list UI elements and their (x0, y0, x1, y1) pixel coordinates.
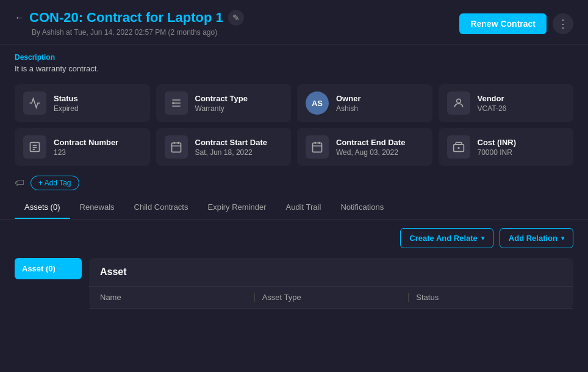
card-label: Contract Type (195, 94, 248, 103)
sidebar-panel: Asset (0) (15, 258, 82, 309)
description-label: Description (15, 53, 573, 62)
card-icon-status (23, 91, 46, 115)
asset-panel-title: Asset (89, 258, 573, 287)
header: ← CON-20: Contract for Laptop 1 ✎ By Ash… (0, 0, 588, 45)
info-card-status: Status Expired (15, 84, 150, 122)
header-subtitle: By Ashish at Tue, Jun 14, 2022 02:57 PM … (32, 28, 244, 37)
contract-title: CON-20: Contract for Laptop 1 (29, 10, 223, 26)
header-left: ← CON-20: Contract for Laptop 1 ✎ By Ash… (15, 10, 244, 37)
table-header: NameAsset TypeStatus (89, 287, 573, 309)
add-relation-chevron: ▾ (561, 235, 564, 241)
card-icon-contract-number (23, 135, 46, 159)
svg-rect-10 (313, 143, 322, 152)
card-info: Cost (INR) 70000 INR (478, 138, 517, 157)
tab-renewals[interactable]: Renewals (70, 196, 124, 219)
svg-point-0 (172, 102, 174, 104)
info-card-owner: AS Owner Ashish (297, 84, 432, 122)
tabs-bar: Assets (0)RenewalsChild ContractsExpiry … (0, 196, 588, 220)
tab-audit-trail[interactable]: Audit Trail (276, 196, 331, 219)
card-icon-contract-type (165, 91, 188, 115)
main-panel: Asset NameAsset TypeStatus (89, 258, 573, 309)
card-value: VCAT-26 (478, 104, 507, 113)
card-info: Vendor VCAT-26 (478, 94, 507, 113)
info-card-contract-start-date: Contract Start Date Sat, Jun 18, 2022 (156, 128, 292, 166)
content-split: Asset (0) Asset NameAsset TypeStatus (15, 258, 573, 309)
description-section: Description It is a warranty contract. (0, 45, 588, 79)
card-icon-contract-end-date (306, 135, 329, 159)
info-card-vendor: Vendor VCAT-26 (439, 84, 574, 122)
info-card-contract-number: Contract Number 123 (15, 128, 150, 166)
card-info: Contract Start Date Sat, Jun 18, 2022 (195, 138, 267, 157)
more-options-button[interactable]: ⋮ (553, 13, 573, 34)
card-info: Contract End Date Wed, Aug 03, 2022 (336, 138, 405, 157)
card-value: Sat, Jun 18, 2022 (195, 148, 267, 157)
card-label: Status (54, 94, 79, 103)
add-tag-button[interactable]: + Add Tag (30, 176, 79, 190)
svg-rect-6 (171, 143, 181, 152)
card-icon-vendor (447, 91, 470, 115)
card-value: Warranty (195, 104, 248, 113)
card-icon-contract-start-date (165, 135, 188, 159)
content-area: Create And Relate ▾ Add Relation ▾ Asset… (0, 220, 588, 317)
edit-icon[interactable]: ✎ (228, 10, 244, 26)
tab-expiry-reminder[interactable]: Expiry Reminder (198, 196, 276, 219)
card-value: 70000 INR (478, 148, 517, 157)
title-row: ← CON-20: Contract for Laptop 1 ✎ (15, 10, 244, 26)
asset-sidebar-item[interactable]: Asset (0) (15, 258, 82, 279)
create-relate-chevron: ▾ (481, 235, 484, 241)
card-label: Vendor (478, 94, 507, 103)
card-value: 123 (54, 148, 118, 157)
back-arrow[interactable]: ← (15, 12, 24, 23)
card-info: Status Expired (54, 94, 79, 113)
tag-icon: 🏷 (15, 177, 24, 188)
svg-point-1 (456, 99, 461, 103)
card-label: Contract Start Date (195, 138, 267, 147)
card-value: Expired (54, 104, 79, 113)
info-card-contract-type: Contract Type Warranty (156, 84, 292, 122)
create-and-relate-button[interactable]: Create And Relate ▾ (400, 228, 493, 248)
card-info: Contract Type Warranty (195, 94, 248, 113)
table-col-name: Name (100, 293, 254, 302)
tags-section: 🏷 + Add Tag (0, 171, 588, 195)
tab-child-contracts[interactable]: Child Contracts (124, 196, 198, 219)
card-value: Wed, Aug 03, 2022 (336, 148, 405, 157)
info-card-contract-end-date: Contract End Date Wed, Aug 03, 2022 (297, 128, 432, 166)
card-label: Owner (336, 94, 360, 103)
add-relation-button[interactable]: Add Relation ▾ (500, 228, 573, 248)
info-card-cost-inr: Cost (INR) 70000 INR (439, 128, 574, 166)
card-value: Ashish (336, 104, 360, 113)
card-info: Owner Ashish (336, 94, 360, 113)
tab-assets-0[interactable]: Assets (0) (15, 196, 70, 219)
header-right: Renew Contract ⋮ (459, 13, 573, 34)
card-label: Contract End Date (336, 138, 405, 147)
description-text: It is a warranty contract. (15, 64, 573, 73)
page-wrapper: ← CON-20: Contract for Laptop 1 ✎ By Ash… (0, 0, 588, 372)
owner-avatar: AS (306, 91, 329, 115)
tab-notifications[interactable]: Notifications (331, 196, 393, 219)
table-col-status: Status (408, 293, 562, 302)
info-cards: Status Expired Contract Type Warranty AS… (0, 79, 588, 171)
renew-contract-button[interactable]: Renew Contract (459, 13, 547, 34)
table-col-asset-type: Asset Type (254, 293, 409, 302)
card-label: Contract Number (54, 138, 118, 147)
card-info: Contract Number 123 (54, 138, 118, 157)
action-bar: Create And Relate ▾ Add Relation ▾ (15, 228, 573, 248)
card-label: Cost (INR) (478, 138, 517, 147)
card-icon-cost-(inr) (447, 135, 470, 159)
